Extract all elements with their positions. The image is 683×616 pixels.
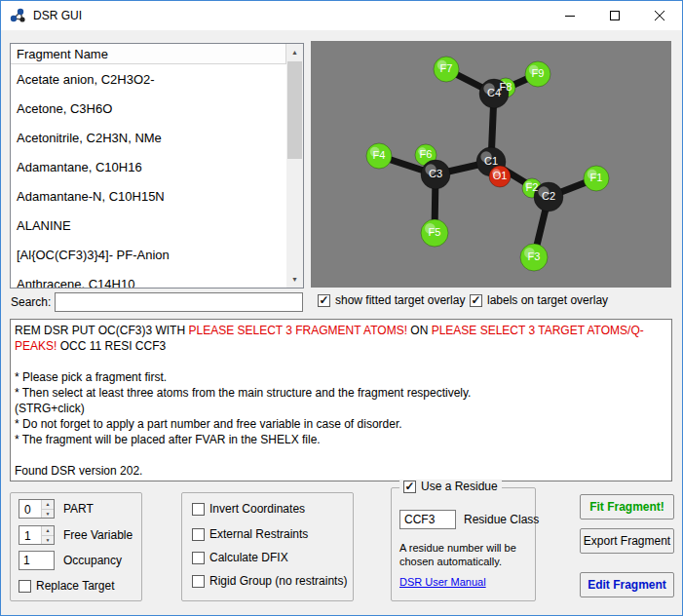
list-item[interactable]: [Al{OC(CF3)3}4]- PF-Anion bbox=[11, 241, 286, 270]
atom-label-F1: F1 bbox=[590, 172, 603, 183]
fragment-list: Fragment Name Acetate anion, C2H3O2- Ace… bbox=[10, 43, 304, 289]
window-title: DSR GUI bbox=[33, 9, 82, 22]
part-label: PART bbox=[63, 502, 94, 516]
free-variable-label: Free Variable bbox=[63, 528, 133, 542]
part-spin-up-arrow[interactable]: ▲ bbox=[42, 500, 54, 510]
search-label: Search: bbox=[11, 295, 51, 309]
checkbox-label: Rigid Group (no restraints) bbox=[209, 574, 347, 588]
labels-on-overlay-checkbox[interactable]: labels on target overlay bbox=[470, 293, 608, 307]
checkbox-label: Replace Target bbox=[36, 579, 115, 593]
list-item[interactable]: Anthracene, C14H10 bbox=[11, 270, 286, 288]
atom-label-F3: F3 bbox=[528, 250, 541, 262]
checkbox-box bbox=[403, 481, 416, 493]
minimize-button[interactable] bbox=[548, 1, 592, 30]
free-variable-spin-down-arrow[interactable]: ▼ bbox=[42, 536, 54, 545]
list-item[interactable]: Adamantane-N, C10H15N bbox=[11, 182, 286, 212]
invert-coordinates-checkbox[interactable]: Invert Coordinates bbox=[192, 502, 305, 516]
free-variable-value: 1 bbox=[19, 526, 41, 544]
console-line: * Please pick a fragment first. bbox=[15, 369, 667, 385]
dsr-gui-window: DSR GUI Fragment Name Acetate anion, C2H… bbox=[0, 0, 683, 616]
console-line: PEAKS! OCC 11 RESI CCF3 bbox=[15, 338, 667, 354]
console-line: Found DSR version 202. bbox=[15, 463, 667, 479]
residue-group: Use a Residue Residue Class A residue nu… bbox=[391, 487, 536, 601]
close-button[interactable] bbox=[637, 1, 682, 30]
atom-label-F7: F7 bbox=[440, 62, 453, 74]
console-line: (STRG+click) bbox=[15, 401, 667, 416]
checkbox-label: labels on target overlay bbox=[487, 293, 608, 307]
atom-label-C2: C2 bbox=[542, 190, 555, 202]
use-residue-checkbox[interactable]: Use a Residue bbox=[399, 480, 502, 493]
residue-note-line1: A residue number will be bbox=[399, 541, 516, 555]
search-input[interactable] bbox=[55, 292, 303, 312]
atom-label-C3: C3 bbox=[429, 168, 442, 179]
edit-fragment-button[interactable]: Edit Fragment bbox=[580, 572, 674, 597]
checkbox-box bbox=[19, 580, 31, 593]
console-line: * The fragment will be placed after FVAR… bbox=[15, 432, 667, 447]
atom-label-F6: F6 bbox=[420, 148, 433, 160]
residue-class-input[interactable] bbox=[399, 510, 456, 529]
titlebar[interactable]: DSR GUI bbox=[1, 1, 682, 30]
checkbox-box bbox=[192, 575, 205, 588]
checkbox-box bbox=[192, 503, 205, 516]
close-icon bbox=[655, 11, 664, 20]
app-icon bbox=[9, 7, 26, 24]
list-item[interactable]: Acetate anion, C2H3O2- bbox=[11, 65, 286, 95]
part-spinner[interactable]: 0 ▲ ▼ bbox=[19, 499, 55, 519]
free-variable-spin-up-arrow[interactable]: ▲ bbox=[42, 526, 54, 536]
checkbox-label: External Restraints bbox=[209, 527, 308, 541]
console-output: REM DSR PUT OC(CF3)3 WITH PLEASE SELECT … bbox=[10, 319, 672, 481]
fragment-list-header[interactable]: Fragment Name bbox=[11, 44, 286, 64]
occupancy-input[interactable] bbox=[19, 551, 55, 570]
residue-note: A residue number will be chosen automati… bbox=[399, 541, 516, 568]
scroll-down-arrow-icon[interactable]: ▼ bbox=[286, 271, 303, 288]
part-spin-down-arrow[interactable]: ▼ bbox=[42, 510, 54, 519]
dsr-user-manual-link[interactable]: DSR User Manual bbox=[399, 576, 486, 588]
scrollbar-thumb[interactable] bbox=[287, 61, 302, 159]
atom-label-O1: O1 bbox=[493, 170, 508, 181]
checkbox-box bbox=[470, 294, 482, 307]
checkbox-label: Invert Coordinates bbox=[209, 502, 305, 516]
checkbox-box bbox=[192, 528, 205, 541]
console-line: * Then select at least three atoms from … bbox=[15, 385, 667, 401]
minimize-icon bbox=[565, 11, 575, 20]
residue-class-label: Residue Class bbox=[464, 513, 539, 526]
list-item[interactable]: Acetone, C3H6O bbox=[11, 95, 286, 124]
molecule-viewer[interactable]: F8F6F2F7F9C4F4C3C1O1F1C2F5F3 bbox=[311, 41, 671, 288]
list-item[interactable]: Acetonitrile, C2H3N, NMe bbox=[11, 124, 286, 153]
fit-fragment-button[interactable]: Fit Fragment! bbox=[580, 494, 674, 520]
checkbox-label: show fitted target overlay bbox=[335, 293, 465, 307]
atom-label-F8: F8 bbox=[500, 81, 512, 93]
rigid-group-checkbox[interactable]: Rigid Group (no restraints) bbox=[192, 574, 347, 588]
maximize-button[interactable] bbox=[592, 1, 637, 30]
part-options-group: 0 ▲ ▼ PART 1 ▲ ▼ Free Variable bbox=[10, 492, 142, 601]
replace-target-checkbox[interactable]: Replace Target bbox=[19, 579, 115, 593]
part-value: 0 bbox=[19, 500, 41, 518]
atom-label-F5: F5 bbox=[429, 226, 441, 238]
external-restraints-checkbox[interactable]: External Restraints bbox=[192, 527, 308, 541]
fragment-list-scrollbar[interactable]: ▲ ▼ bbox=[286, 44, 303, 288]
free-variable-spinner[interactable]: 1 ▲ ▼ bbox=[19, 525, 55, 545]
atom-label-C4: C4 bbox=[487, 87, 501, 98]
console-line bbox=[15, 447, 667, 463]
scroll-up-arrow-icon[interactable]: ▲ bbox=[286, 44, 303, 60]
list-item[interactable]: ALANINE bbox=[11, 212, 286, 241]
show-fitted-overlay-checkbox[interactable]: show fitted target overlay bbox=[318, 293, 465, 307]
maximize-icon bbox=[610, 11, 620, 20]
console-line: REM DSR PUT OC(CF3)3 WITH PLEASE SELECT … bbox=[15, 323, 667, 338]
atom-label-C1: C1 bbox=[484, 155, 498, 167]
checkbox-label: Use a Residue bbox=[421, 480, 498, 493]
console-line bbox=[15, 354, 667, 369]
window-controls bbox=[548, 1, 682, 30]
export-fragment-button[interactable]: Export Fragment bbox=[580, 528, 674, 554]
molecule-svg: F8F6F2F7F9C4F4C3C1O1F1C2F5F3 bbox=[311, 41, 671, 288]
client-area: Fragment Name Acetate anion, C2H3O2- Ace… bbox=[1, 30, 682, 615]
atom-label-F2: F2 bbox=[526, 181, 539, 193]
atom-label-F4: F4 bbox=[373, 149, 386, 161]
calculate-dfix-checkbox[interactable]: Calculate DFIX bbox=[192, 551, 288, 564]
atom-label-F9: F9 bbox=[532, 67, 545, 79]
checkbox-box bbox=[318, 294, 330, 307]
list-item[interactable]: Adamantane, C10H16 bbox=[11, 153, 286, 182]
occupancy-label: Occupancy bbox=[63, 554, 122, 567]
restraint-options-group: Invert Coordinates External Restraints C… bbox=[181, 492, 354, 601]
checkbox-box bbox=[192, 552, 205, 564]
